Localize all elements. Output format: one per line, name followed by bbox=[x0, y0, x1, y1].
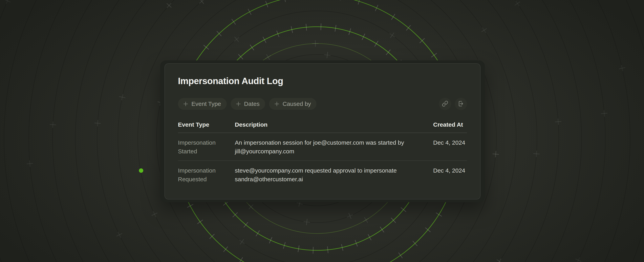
filter-label: Caused by bbox=[282, 100, 311, 107]
event-type-cell: Impersonation Started bbox=[178, 138, 235, 156]
event-type-cell: Impersonation Requested bbox=[178, 166, 235, 184]
page-background: Impersonation Audit Log Event Type Dates bbox=[0, 0, 644, 262]
link-icon bbox=[442, 100, 448, 107]
export-icon bbox=[458, 100, 464, 107]
table-header-row: Event Type Description Created At bbox=[178, 121, 467, 133]
created-at-cell: Dec 4, 2024 bbox=[433, 138, 467, 156]
plus-icon bbox=[183, 101, 189, 107]
filter-bar: Event Type Dates Caused by bbox=[178, 98, 467, 110]
table-row: Impersonation Requested steve@yourcompan… bbox=[178, 161, 467, 188]
export-button[interactable] bbox=[455, 98, 467, 110]
filter-event-type-button[interactable]: Event Type bbox=[178, 98, 227, 110]
filter-label: Dates bbox=[244, 100, 260, 107]
column-header-event-type: Event Type bbox=[178, 121, 235, 128]
created-at-cell: Dec 4, 2024 bbox=[433, 166, 467, 184]
column-header-created-at: Created At bbox=[433, 121, 467, 128]
plus-icon bbox=[236, 101, 241, 107]
plus-icon bbox=[274, 101, 280, 107]
description-cell: An impersonation session for joe@custome… bbox=[235, 138, 433, 156]
table-row: Impersonation Started An impersonation s… bbox=[178, 133, 467, 161]
filter-caused-by-button[interactable]: Caused by bbox=[269, 98, 316, 110]
action-buttons bbox=[439, 98, 467, 110]
filter-dates-button[interactable]: Dates bbox=[231, 98, 265, 110]
page-title: Impersonation Audit Log bbox=[178, 76, 467, 86]
audit-log-card: Impersonation Audit Log Event Type Dates bbox=[164, 63, 480, 200]
filter-label: Event Type bbox=[192, 100, 221, 107]
column-header-description: Description bbox=[235, 121, 433, 128]
description-cell: steve@yourcompany.com requested approval… bbox=[235, 166, 433, 184]
copy-link-button[interactable] bbox=[439, 98, 451, 110]
audit-log-table: Event Type Description Created At Impers… bbox=[178, 121, 467, 188]
audit-log-card-frame: Impersonation Audit Log Event Type Dates bbox=[160, 60, 485, 202]
